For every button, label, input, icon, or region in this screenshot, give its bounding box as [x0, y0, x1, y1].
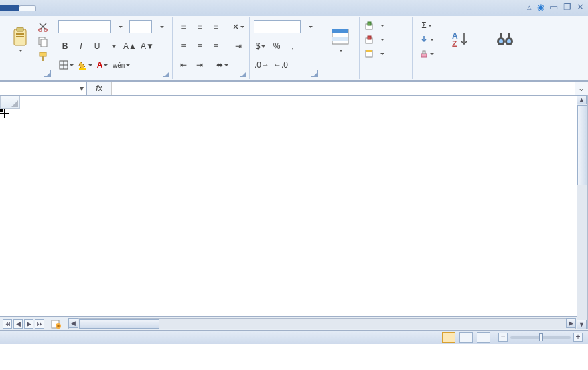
number-format-dropdown-icon[interactable]	[303, 20, 317, 33]
align-right-button[interactable]: ≡	[209, 39, 222, 53]
number-launcher-icon[interactable]	[311, 70, 318, 77]
phonetic-button[interactable]: wén	[112, 58, 131, 72]
font-color-button[interactable]: A	[96, 58, 109, 72]
sheet-nav-last-icon[interactable]: ⏭	[35, 319, 44, 329]
sheet-nav-prev-icon[interactable]: ◀	[13, 319, 23, 329]
font-launcher-icon[interactable]	[163, 70, 169, 77]
group-alignment: ≡ ≡ ≡ ⤭ ≡ ≡ ≡ ⇥ ⇤ ⇥ ⬌	[174, 17, 250, 79]
tab-home[interactable]	[19, 5, 36, 11]
zoom-thumb[interactable]	[539, 333, 543, 341]
font-size-input[interactable]	[129, 20, 152, 33]
vscroll-up-icon[interactable]: ▲	[577, 95, 587, 104]
number-format-select[interactable]	[254, 20, 301, 33]
font-name-dropdown-icon[interactable]	[113, 20, 127, 33]
formula-input[interactable]	[111, 82, 575, 95]
view-normal-button[interactable]	[442, 332, 455, 343]
clipboard-launcher-icon[interactable]	[44, 70, 51, 77]
format-cells-button[interactable]	[364, 47, 408, 60]
svg-point-30	[507, 39, 511, 43]
clear-button[interactable]	[417, 47, 437, 60]
paste-dropdown-icon[interactable]	[17, 50, 23, 54]
align-left-button[interactable]: ≡	[177, 39, 190, 53]
comma-button[interactable]: ,	[286, 39, 299, 53]
merge-button[interactable]: ⬌	[216, 58, 229, 72]
delete-cells-button[interactable]	[364, 33, 408, 46]
fx-button[interactable]: fx	[92, 82, 106, 95]
orientation-button[interactable]: ⤭	[232, 20, 245, 33]
worksheet-grid[interactable]	[0, 96, 588, 316]
zoom-in-button[interactable]: +	[573, 333, 583, 342]
group-label-editing	[417, 76, 525, 78]
paste-button[interactable]	[5, 19, 35, 62]
new-sheet-button[interactable]	[50, 317, 63, 331]
styles-dropdown-icon[interactable]	[338, 50, 343, 54]
window-close-icon[interactable]: ✕	[577, 2, 584, 12]
sheet-nav-next-icon[interactable]: ▶	[24, 319, 33, 329]
name-box[interactable]: ▾	[0, 82, 87, 95]
underline-button[interactable]: U	[90, 39, 104, 53]
font-size-dropdown-icon[interactable]	[155, 20, 168, 33]
sheet-nav-first-icon[interactable]: ⏮	[3, 319, 12, 329]
insert-cells-button[interactable]	[364, 19, 408, 32]
status-bar: − +	[0, 330, 588, 344]
underline-dropdown-icon[interactable]	[106, 39, 120, 53]
tab-developer[interactable]	[133, 5, 149, 11]
tab-view[interactable]	[117, 5, 133, 11]
horizontal-scrollbar[interactable]: ◀ ▶	[68, 318, 576, 329]
zoom-slider[interactable]	[510, 336, 571, 339]
copy-button[interactable]	[36, 35, 50, 48]
decrease-decimal-button[interactable]: ←.0	[273, 58, 289, 72]
tab-review[interactable]	[100, 5, 117, 11]
font-name-input[interactable]	[58, 20, 111, 33]
vscroll-down-icon[interactable]: ▼	[577, 320, 587, 329]
tab-formulas[interactable]	[68, 5, 84, 11]
align-top-button[interactable]: ≡	[177, 20, 190, 33]
italic-button[interactable]: I	[74, 39, 88, 53]
expand-formula-bar-icon[interactable]: ⌄	[575, 82, 588, 95]
svg-rect-9	[42, 56, 44, 61]
shrink-font-button[interactable]: A▼	[140, 39, 155, 53]
bold-button[interactable]: B	[58, 39, 72, 53]
vertical-scrollbar[interactable]: ▲ ▼	[577, 95, 588, 329]
help-icon[interactable]: ◉	[537, 2, 544, 12]
sort-filter-button[interactable]: AZ	[441, 19, 481, 62]
autosum-button[interactable]: Σ	[417, 19, 437, 32]
percent-button[interactable]: %	[270, 39, 283, 53]
format-painter-button[interactable]	[36, 50, 50, 63]
align-bottom-button[interactable]: ≡	[209, 20, 222, 33]
align-center-button[interactable]: ≡	[193, 39, 206, 53]
binoculars-icon	[494, 29, 516, 50]
decrease-indent-button[interactable]: ⇤	[177, 58, 190, 72]
find-select-button[interactable]	[485, 19, 525, 62]
align-middle-button[interactable]: ≡	[193, 20, 206, 33]
zoom-out-button[interactable]: −	[498, 333, 508, 342]
name-box-dropdown-icon[interactable]: ▾	[80, 84, 84, 93]
increase-indent-button[interactable]: ⇥	[193, 58, 206, 72]
hscroll-thumb[interactable]	[79, 319, 159, 329]
borders-button[interactable]	[58, 58, 74, 72]
hscroll-right-icon[interactable]: ▶	[566, 318, 576, 328]
vscroll-thumb[interactable]	[577, 105, 587, 185]
view-page-layout-button[interactable]	[459, 332, 473, 343]
fill-button[interactable]	[417, 33, 437, 46]
tab-page-layout[interactable]	[52, 5, 68, 11]
hscroll-left-icon[interactable]: ◀	[68, 318, 78, 328]
wrap-text-button[interactable]: ⇥	[232, 39, 245, 53]
svg-rect-3	[16, 36, 24, 37]
svg-rect-13	[79, 68, 86, 70]
increase-decimal-button[interactable]: .0→	[254, 58, 270, 72]
select-all-button[interactable]	[0, 96, 20, 109]
cut-button[interactable]	[36, 20, 50, 33]
tab-file[interactable]	[0, 5, 19, 11]
view-page-break-button[interactable]	[477, 332, 490, 343]
tab-insert[interactable]	[36, 5, 52, 11]
accounting-format-button[interactable]: $	[254, 39, 267, 53]
minimize-ribbon-icon[interactable]: ▵	[527, 2, 532, 12]
window-restore-icon[interactable]: ❐	[563, 2, 571, 12]
tab-data[interactable]	[84, 5, 100, 11]
grow-font-button[interactable]: A▲	[123, 39, 137, 53]
cell-styles-button[interactable]	[325, 19, 355, 62]
alignment-launcher-icon[interactable]	[240, 70, 246, 77]
window-minimize-icon[interactable]: ▭	[550, 2, 558, 12]
fill-color-button[interactable]	[77, 58, 93, 72]
